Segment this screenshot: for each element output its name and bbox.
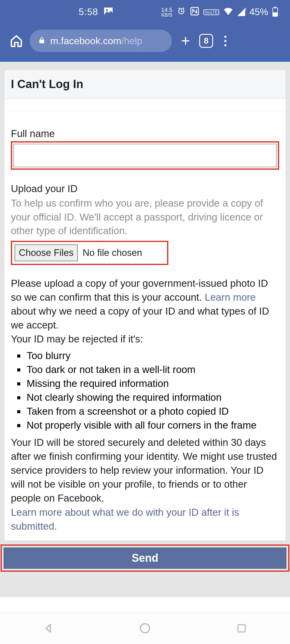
upload-help-text: To help us confirm who you are, please p… <box>11 196 279 238</box>
file-status: No file chosen <box>83 247 142 258</box>
address-bar[interactable]: m.facebook.com/help <box>30 30 172 52</box>
picture-icon <box>104 7 113 17</box>
list-item: Too dark or not taken in a well-lit room <box>25 363 279 377</box>
full-name-label: Full name <box>11 128 279 139</box>
list-item: Too blurry <box>25 349 279 363</box>
browser-toolbar: m.facebook.com/help + 8 <box>0 24 290 57</box>
nfc-icon <box>190 7 199 18</box>
nav-bar <box>0 612 290 644</box>
network-speed: 14.5 KB/S <box>161 7 173 18</box>
home-nav-button[interactable] <box>138 621 152 635</box>
choose-files-button[interactable]: Choose Files <box>15 244 78 261</box>
signal-icon: x <box>237 8 245 16</box>
learn-more-link-2[interactable]: Learn more about what we do with your ID… <box>11 505 279 533</box>
list-item: Not clearly showing the required informa… <box>25 391 279 404</box>
new-tab-button[interactable]: + <box>178 32 193 50</box>
instructions-paragraph: Please upload a copy of your government-… <box>11 276 279 346</box>
back-button[interactable] <box>41 621 55 635</box>
learn-more-link-1[interactable]: Learn more <box>205 292 256 303</box>
rejection-list: Too blurry Too dark or not taken in a we… <box>23 349 279 433</box>
svg-rect-4 <box>238 625 245 632</box>
lock-icon <box>38 36 45 46</box>
list-item: Taken from a screenshot or a photo copie… <box>25 404 279 418</box>
svg-point-1 <box>106 9 108 11</box>
volte-icon: Vo›LTE <box>203 9 219 15</box>
help-form-card: I Can't Log In Full name Upload your ID … <box>4 70 286 541</box>
send-highlight: Send <box>1 544 289 572</box>
battery-percent: 45% <box>249 7 268 18</box>
fb-top-bar <box>0 57 290 62</box>
battery-icon <box>272 8 278 17</box>
storage-paragraph: Your ID will be stored securely and dele… <box>11 436 279 505</box>
wifi-icon <box>223 7 233 17</box>
url-text: m.facebook.com/help <box>50 35 142 47</box>
list-item: Missing the required information <box>25 377 279 391</box>
full-name-input[interactable] <box>13 144 277 167</box>
alarm-icon <box>177 7 186 18</box>
file-input-highlight: Choose Files No file chosen <box>11 241 168 265</box>
tabs-button[interactable]: 8 <box>199 34 213 48</box>
send-button[interactable]: Send <box>4 548 286 569</box>
page-title: I Can't Log In <box>4 70 286 99</box>
menu-button[interactable] <box>219 36 231 46</box>
upload-id-label: Upload your ID <box>11 183 279 195</box>
home-button[interactable] <box>9 34 24 48</box>
full-name-highlight <box>11 141 279 170</box>
clock: 5:58 <box>79 7 98 18</box>
svg-point-3 <box>140 624 150 633</box>
recents-button[interactable] <box>235 621 249 635</box>
page-content: I Can't Log In Full name Upload your ID … <box>0 62 290 597</box>
list-item: Not properly visible with all four corne… <box>25 418 279 432</box>
status-bar: 5:58 14.5 KB/S Vo›LTE x 45% <box>0 0 290 24</box>
